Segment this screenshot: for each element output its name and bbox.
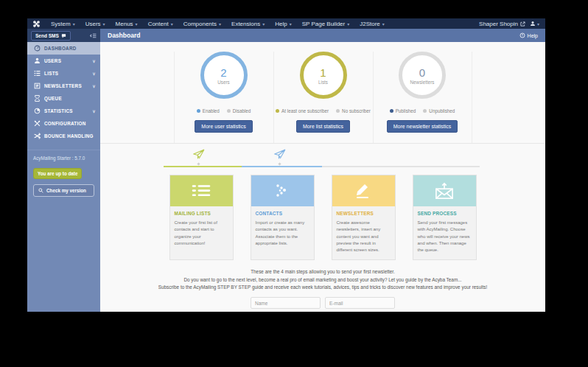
up-to-date-badge[interactable]: You are up to date — [33, 168, 82, 179]
timeline-marker — [197, 162, 200, 165]
menu-components[interactable]: Components — [178, 21, 226, 27]
email-input[interactable] — [325, 297, 395, 309]
sidebar-item-dashboard[interactable]: DASHBOARD — [27, 42, 100, 55]
external-link-icon — [520, 21, 525, 27]
tools-icon — [33, 120, 41, 127]
enabled-dot — [197, 109, 200, 113]
users-count: 2 — [220, 66, 226, 79]
sms-bubble-icon — [61, 33, 66, 38]
users-donut: 2 Users — [200, 52, 248, 99]
paper-plane-yellow-icon — [193, 148, 205, 160]
name-input[interactable] — [251, 297, 321, 309]
chevron-down-icon: ∨ — [92, 58, 96, 63]
menu-help[interactable]: Help — [270, 21, 296, 27]
more-user-statistics-button[interactable]: More user statistics — [195, 120, 252, 133]
admin-window: System Users Menus Content Components Ex… — [27, 18, 545, 312]
pie-chart-icon — [33, 108, 41, 114]
acymailing-sidebar: DASHBOARD USERS ∨ LISTS ∨ — [27, 42, 100, 312]
page-toolbar: Dashboard Help — [100, 29, 545, 42]
step-card-contacts[interactable]: CONTACTS Import or create as many contac… — [251, 175, 315, 260]
sidebar-header: Send SMS — [27, 29, 100, 42]
subscribe-form — [100, 297, 545, 309]
check-version-button[interactable]: Check my version — [33, 184, 94, 197]
menu-extensions[interactable]: Extensions — [226, 21, 270, 27]
step-card-mailing-lists[interactable]: MAILING LISTS Create your first list of … — [169, 175, 234, 260]
no-subscriber-dot — [336, 109, 340, 113]
steps-row: MAILING LISTS Create your first list of … — [100, 175, 545, 260]
joomla-logo-icon — [33, 21, 40, 27]
send-sms-button[interactable]: Send SMS — [31, 31, 71, 41]
newsletters-donut: 0 Newsletters — [399, 52, 446, 99]
unpublished-dot — [423, 109, 427, 113]
legend-label: Disabled — [233, 108, 251, 113]
contacts-dots-icon — [273, 182, 291, 200]
menu-content[interactable]: Content — [143, 21, 178, 27]
card-header — [332, 175, 395, 206]
menu-j2store[interactable]: J2Store — [354, 21, 390, 27]
step-card-send-process[interactable]: SEND PROCESS Send your first messages wi… — [413, 175, 477, 260]
sidebar-item-queue[interactable]: QUEUE — [27, 92, 100, 105]
lists-count: 1 — [320, 66, 326, 79]
newsletters-label: Newsletters — [410, 80, 435, 85]
newsletters-count: 0 — [419, 66, 425, 79]
card-text: Create your first list of contacts and s… — [175, 220, 228, 247]
person-icon — [530, 21, 536, 27]
sidebar-item-newsletters[interactable]: NEWSLETTERS ∨ — [27, 80, 100, 92]
hourglass-icon — [33, 95, 41, 102]
sidebar-item-statistics[interactable]: STATISTICS ∨ — [27, 105, 100, 117]
users-label: Users — [217, 80, 229, 85]
menu-system[interactable]: System — [46, 21, 80, 27]
legend-label: No subscriber — [342, 108, 371, 113]
gauge-icon — [33, 45, 41, 52]
mailing-list-icon — [191, 183, 211, 199]
lists-label: Lists — [318, 80, 328, 85]
sidebar-item-label: QUEUE — [44, 96, 62, 101]
check-version-label: Check my version — [46, 188, 86, 193]
magnifier-icon — [38, 188, 43, 193]
help-button[interactable]: Help — [519, 32, 538, 38]
step-card-newsletters[interactable]: NEWSLETTERS Create awesome newsletters, … — [332, 175, 396, 260]
menu-menus[interactable]: Menus — [111, 21, 143, 27]
site-name: Shaper Shopin — [479, 21, 518, 27]
sidebar-item-bounce-handling[interactable]: BOUNCE HANDLING — [27, 130, 100, 142]
stats-row: 2 Users Enabled Disabled More user stati… — [100, 42, 545, 143]
newsletters-stat-card: 0 Newsletters Published Unpublished More… — [373, 52, 472, 143]
list-icon — [33, 70, 41, 77]
chevron-down-icon: ∨ — [92, 108, 96, 113]
more-list-statistics-button[interactable]: More list statistics — [296, 120, 350, 133]
user-account-menu[interactable] — [530, 21, 539, 27]
users-stat-card: 2 Users Enabled Disabled More user stati… — [174, 52, 273, 143]
legend-label: At least one subscriber — [281, 108, 329, 113]
footer-line-2: Do you want to go to the next level, bec… — [100, 276, 545, 284]
menu-sp-page-builder[interactable]: SP Page Builder — [297, 21, 355, 27]
send-mail-icon — [435, 182, 454, 200]
sidebar-item-label: CONFIGURATION — [44, 121, 86, 126]
card-text: Send your first messages with AcyMailing… — [418, 220, 472, 254]
card-title: NEWSLETTERS — [337, 211, 391, 216]
sidebar-item-label: BOUNCE HANDLING — [44, 133, 94, 139]
help-icon — [519, 32, 525, 38]
card-header — [413, 175, 476, 206]
more-newsletter-statistics-button[interactable]: More newsletter statistics — [387, 120, 458, 133]
page-title: Dashboard — [108, 32, 140, 39]
site-preview-link[interactable]: Shaper Shopin — [479, 21, 525, 27]
sidebar-item-configuration[interactable]: CONFIGURATION — [27, 117, 100, 130]
card-header — [251, 175, 314, 206]
menu-users[interactable]: Users — [80, 21, 111, 27]
card-title: CONTACTS — [256, 211, 309, 216]
timeline-segment-gray — [322, 166, 480, 167]
lists-stat-card: 1 Lists At least one subscriber No subsc… — [273, 52, 373, 143]
sidebar-item-users[interactable]: USERS ∨ — [27, 55, 100, 67]
user-icon — [33, 57, 41, 64]
card-text: Create awesome newsletters, insert any c… — [337, 220, 391, 254]
disabled-dot — [227, 109, 231, 113]
sidebar-item-lists[interactable]: LISTS ∨ — [27, 67, 100, 80]
progress-timeline — [100, 144, 545, 172]
legend-label: Enabled — [203, 108, 220, 113]
lists-legend: At least one subscriber No subscriber — [274, 108, 373, 113]
card-text: Import or create as many contacts as you… — [256, 220, 309, 247]
collapse-sidebar-icon[interactable] — [90, 32, 97, 39]
send-sms-label: Send SMS — [35, 33, 59, 38]
top-menu-bar: System Users Menus Content Components Ex… — [27, 18, 545, 29]
card-title: SEND PROCESS — [418, 211, 472, 216]
